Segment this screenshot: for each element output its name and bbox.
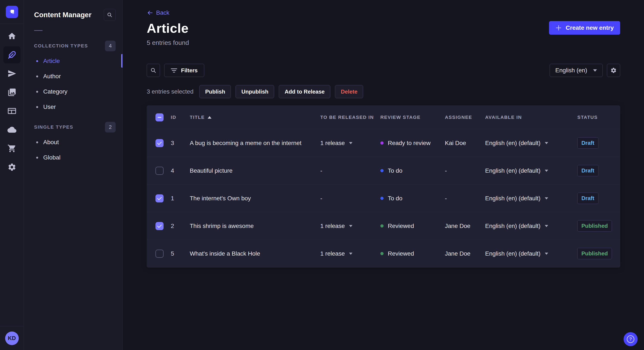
row-checkbox[interactable] <box>156 194 164 202</box>
bullet-icon <box>36 141 38 143</box>
bullet-icon <box>36 157 38 159</box>
table-row[interactable]: 4 Beautiful picture - To do - English (e… <box>147 157 620 184</box>
single-types-list: About Global <box>34 135 116 165</box>
releases-icon[interactable] <box>4 65 20 82</box>
column-header-status[interactable]: STATUS <box>577 115 615 120</box>
sort-ascending-icon <box>208 116 212 119</box>
filter-icon <box>171 68 177 72</box>
arrow-left-icon <box>147 9 153 16</box>
cell-id: 4 <box>171 167 190 174</box>
sidebar-item-author[interactable]: Author <box>34 69 116 84</box>
cell-available-in[interactable]: English (en) (default) <box>485 167 577 174</box>
content-manager-icon[interactable] <box>4 46 20 63</box>
table-row[interactable]: 1 The internet's Own boy - To do - Engli… <box>147 184 620 212</box>
cell-id: 2 <box>171 223 190 229</box>
strapi-logo-icon <box>8 8 16 15</box>
table-search-button[interactable] <box>147 64 160 77</box>
cell-release[interactable]: - <box>320 195 380 202</box>
cell-id: 5 <box>171 250 190 257</box>
deploy-cloud-icon[interactable] <box>4 121 20 138</box>
create-new-entry-button[interactable]: Create new entry <box>549 21 620 35</box>
cell-available-in[interactable]: English (en) (default) <box>485 195 577 202</box>
rail-nav <box>4 28 20 176</box>
marketplace-cart-icon[interactable] <box>4 140 20 157</box>
row-checkbox[interactable] <box>156 167 164 175</box>
collection-types-count: 4 <box>105 41 116 51</box>
review-stage-dot <box>380 224 384 227</box>
main-content: Back Article Create new entry 5 entries … <box>123 0 644 350</box>
review-stage-dot <box>380 197 384 200</box>
cell-release[interactable]: 1 release <box>320 223 380 229</box>
rail-bottom: KD <box>0 326 24 350</box>
home-icon[interactable] <box>4 28 20 45</box>
table-row[interactable]: 5 What's inside a Black Hole 1 release R… <box>147 240 620 267</box>
review-stage-dot <box>380 252 384 255</box>
view-settings-button[interactable] <box>607 64 620 77</box>
cell-review-stage: To do <box>380 167 445 174</box>
sidebar-title: Content Manager <box>34 11 92 19</box>
chevron-down-icon <box>545 170 548 172</box>
status-badge: Published <box>577 248 612 259</box>
chevron-down-icon <box>545 253 548 255</box>
chevron-down-icon <box>349 142 352 144</box>
row-checkbox[interactable] <box>156 250 164 258</box>
bullet-icon <box>36 106 38 108</box>
cell-assignee: - <box>445 195 485 202</box>
cell-id: 3 <box>171 140 190 147</box>
sidebar-item-article[interactable]: Article <box>34 53 116 69</box>
table-row[interactable]: 3 A bug is becoming a meme on the intern… <box>147 129 620 157</box>
add-to-release-button[interactable]: Add to Release <box>279 85 330 98</box>
cell-release[interactable]: 1 release <box>320 250 380 257</box>
plus-icon <box>556 25 562 31</box>
cell-assignee: Jane Doe <box>445 223 485 229</box>
filters-button[interactable]: Filters <box>164 64 204 77</box>
column-header-assignee[interactable]: ASSIGNEE <box>445 115 485 120</box>
search-icon <box>107 12 112 18</box>
collection-types-label: COLLECTION TYPES <box>34 43 88 49</box>
sidebar-search-button[interactable] <box>104 9 116 21</box>
publish-button[interactable]: Publish <box>199 85 231 98</box>
sidebar-item-about[interactable]: About <box>34 135 116 150</box>
cell-assignee: - <box>445 167 485 174</box>
entries-table: ID TITLE TO BE RELEASED IN REVIEW STAGE … <box>147 105 620 268</box>
select-all-checkbox[interactable] <box>156 113 164 121</box>
table-header-row: ID TITLE TO BE RELEASED IN REVIEW STAGE … <box>147 106 620 129</box>
selection-count-text: 3 entries selected <box>147 88 193 95</box>
search-icon <box>150 67 156 73</box>
locale-select[interactable]: English (en) <box>550 64 603 77</box>
sidebar-item-user[interactable]: User <box>34 99 116 115</box>
column-header-title[interactable]: TITLE <box>190 115 320 120</box>
sidebar-item-category[interactable]: Category <box>34 84 116 99</box>
status-badge: Draft <box>577 137 598 149</box>
cell-release[interactable]: - <box>320 167 380 174</box>
table-row[interactable]: 2 This shrimp is awesome 1 release Revie… <box>147 212 620 240</box>
row-checkbox[interactable] <box>156 139 164 147</box>
logo-area <box>0 0 24 24</box>
page-title: Article <box>147 21 188 36</box>
sidebar-divider <box>34 30 42 31</box>
sidebar-item-global[interactable]: Global <box>34 150 116 165</box>
row-checkbox[interactable] <box>156 222 164 230</box>
chevron-down-icon <box>545 142 548 144</box>
column-header-review-stage[interactable]: REVIEW STAGE <box>380 115 445 120</box>
media-library-icon[interactable] <box>4 84 20 101</box>
delete-button[interactable]: Delete <box>335 85 363 98</box>
cell-available-in[interactable]: English (en) (default) <box>485 223 577 229</box>
cell-assignee: Kai Doe <box>445 140 485 147</box>
column-header-id[interactable]: ID <box>171 115 190 120</box>
status-badge: Draft <box>577 165 598 176</box>
bullet-icon <box>36 91 38 93</box>
cell-available-in[interactable]: English (en) (default) <box>485 140 577 147</box>
unpublish-button[interactable]: Unpublish <box>236 85 274 98</box>
cell-release[interactable]: 1 release <box>320 140 380 147</box>
help-button[interactable]: ? <box>624 332 638 346</box>
cell-available-in[interactable]: English (en) (default) <box>485 250 577 257</box>
back-link[interactable]: Back <box>147 9 169 16</box>
bullet-icon <box>36 75 38 77</box>
user-avatar[interactable]: KD <box>5 332 19 345</box>
settings-gear-icon[interactable] <box>4 159 20 176</box>
column-header-release[interactable]: TO BE RELEASED IN <box>320 115 380 120</box>
strapi-logo[interactable] <box>6 6 18 18</box>
column-header-available-in[interactable]: AVAILABLE IN <box>485 115 577 120</box>
content-type-builder-icon[interactable] <box>4 103 20 120</box>
